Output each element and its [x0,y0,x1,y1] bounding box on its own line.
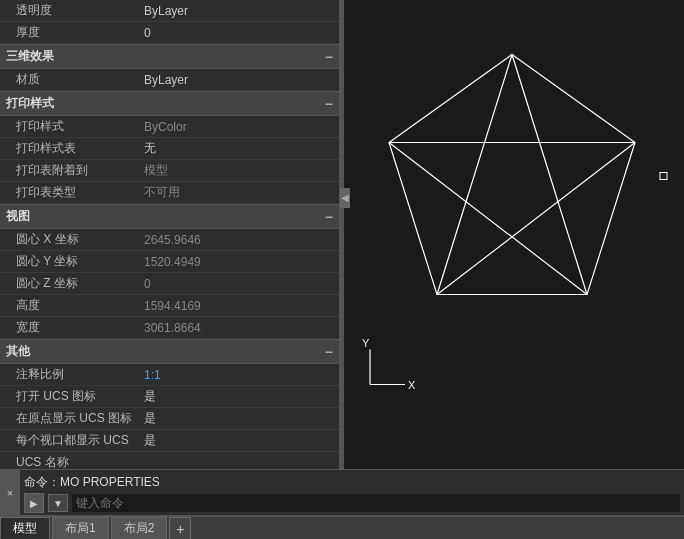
svg-marker-0 [389,55,635,295]
prop-label-ucs-viewport: 每个视口都显示 UCS [0,430,140,451]
prop-row-print-style: 打印样式 ByColor [0,116,339,138]
svg-line-3 [437,143,635,295]
prop-value-thickness: 0 [140,22,339,43]
section-collapse-view[interactable]: − [325,209,333,225]
svg-text:X: X [408,379,416,391]
prop-row-ucs-icon: 打开 UCS 图标 是 [0,386,339,408]
prop-row-ucs-origin: 在原点显示 UCS 图标 是 [0,408,339,430]
prop-label-annotation-scale: 注释比例 [0,364,140,385]
tab-add-button[interactable]: + [169,517,191,539]
prop-label-print-type: 打印表类型 [0,182,140,203]
command-content: 命令：MO PROPERTIES ▶ ▼ [20,470,684,515]
prop-label-cz: 圆心 Z 坐标 [0,273,140,294]
prop-label-ucs-name: UCS 名称 [0,452,140,469]
prop-label-print-attach: 打印表附着到 [0,160,140,181]
prop-label-transparency: 透明度 [0,0,140,21]
prop-label-thickness: 厚度 [0,22,140,43]
prop-row-print-type: 打印表类型 不可用 [0,182,339,204]
prop-row-cx: 圆心 X 坐标 2645.9646 [0,229,339,251]
prop-value-transparency: ByLayer [140,0,339,21]
prop-label-material: 材质 [0,69,140,90]
prop-label-cx: 圆心 X 坐标 [0,229,140,250]
ucs-icon: Y X [362,337,416,391]
canvas-area: Y X ◀ [340,0,684,469]
section-header-3d: 三维效果 − [0,44,339,69]
canvas-svg: Y X [340,0,684,469]
command-label: 命令：MO PROPERTIES [24,472,680,493]
prop-row-ucs-viewport: 每个视口都显示 UCS 是 [0,430,339,452]
section-collapse-other[interactable]: − [325,344,333,360]
section-title-view: 视图 [6,208,30,225]
command-close-button[interactable]: × [0,470,20,515]
prop-label-width: 宽度 [0,317,140,338]
section-header-view: 视图 − [0,204,339,229]
prop-label-ucs-origin: 在原点显示 UCS 图标 [0,408,140,429]
svg-line-5 [389,143,587,295]
prop-row-ucs-name: UCS 名称 [0,452,339,469]
svg-rect-10 [660,173,667,180]
prop-row-thickness: 厚度 0 [0,22,339,44]
svg-text:Y: Y [362,337,370,349]
section-collapse-3d[interactable]: − [325,49,333,65]
section-title-other: 其他 [6,343,30,360]
prop-row-cy: 圆心 Y 坐标 1520.4949 [0,251,339,273]
prop-row-height: 高度 1594.4169 [0,295,339,317]
prop-value-print-attach: 模型 [140,160,339,181]
command-icon-button[interactable]: ▶ [24,493,44,513]
svg-line-2 [437,55,512,295]
prop-value-print-table: 无 [140,138,339,159]
prop-value-material: ByLayer [140,69,339,90]
prop-label-cy: 圆心 Y 坐标 [0,251,140,272]
prop-label-print-table: 打印样式表 [0,138,140,159]
section-header-print: 打印样式 − [0,91,339,116]
prop-value-ucs-name [140,452,339,469]
prop-row-cz: 圆心 Z 坐标 0 [0,273,339,295]
prop-row-annotation-scale: 注释比例 1:1 [0,364,339,386]
tab-layout1[interactable]: 布局1 [52,517,109,539]
prop-row-width: 宽度 3061.8664 [0,317,339,339]
prop-row-material: 材质 ByLayer [0,69,339,91]
prop-value-annotation-scale[interactable]: 1:1 [140,364,339,385]
bottom-area: × 命令：MO PROPERTIES ▶ ▼ 模型 布局1 布局2 + [0,469,684,539]
svg-line-1 [512,55,587,295]
prop-value-ucs-icon: 是 [140,386,339,407]
prop-value-cy: 1520.4949 [140,251,339,272]
properties-panel: 透明度 ByLayer 厚度 0 三维效果 − 材质 ByLayer 打印样式 … [0,0,340,469]
prop-value-print-style: ByColor [140,116,339,137]
tab-layout2[interactable]: 布局2 [111,517,168,539]
prop-row-print-table: 打印样式表 无 [0,138,339,160]
tab-model[interactable]: 模型 [0,517,50,539]
command-dropdown[interactable]: ▼ [48,494,68,512]
section-collapse-print[interactable]: − [325,96,333,112]
prop-row-transparency: 透明度 ByLayer [0,0,339,22]
main-area: 透明度 ByLayer 厚度 0 三维效果 − 材质 ByLayer 打印样式 … [0,0,684,469]
prop-label-print-style: 打印样式 [0,116,140,137]
command-bar: × 命令：MO PROPERTIES ▶ ▼ [0,470,684,516]
prop-label-ucs-icon: 打开 UCS 图标 [0,386,140,407]
prop-value-cz: 0 [140,273,339,294]
command-input-row: ▶ ▼ [24,493,680,513]
panel-divider [340,0,344,469]
prop-value-cx: 2645.9646 [140,229,339,250]
section-title-3d: 三维效果 [6,48,54,65]
prop-value-ucs-origin: 是 [140,408,339,429]
prop-label-height: 高度 [0,295,140,316]
prop-value-ucs-viewport: 是 [140,430,339,451]
panel-resize-handle[interactable]: ◀ [340,188,350,208]
command-input[interactable] [72,494,680,512]
prop-row-print-attach: 打印表附着到 模型 [0,160,339,182]
section-title-print: 打印样式 [6,95,54,112]
prop-value-height: 1594.4169 [140,295,339,316]
section-header-other: 其他 − [0,339,339,364]
tab-bar: 模型 布局1 布局2 + [0,516,684,539]
prop-value-print-type: 不可用 [140,182,339,203]
prop-value-width: 3061.8664 [140,317,339,338]
